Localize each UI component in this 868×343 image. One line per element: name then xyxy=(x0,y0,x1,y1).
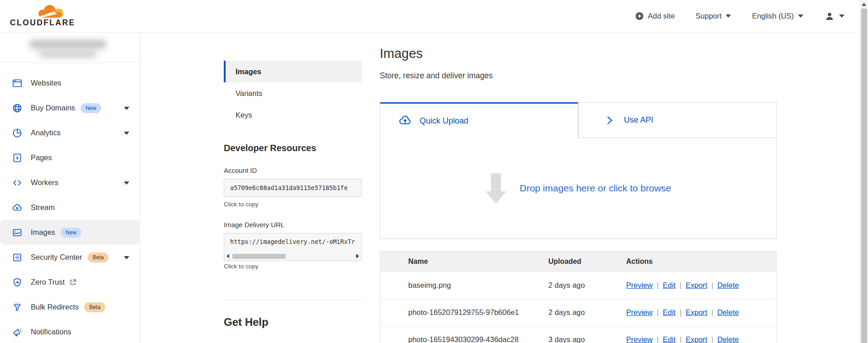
sidebar-item-label: Zero Trust xyxy=(31,278,65,286)
language-menu[interactable]: English (US) xyxy=(752,12,803,20)
subnav-item-label: Variants xyxy=(236,89,262,98)
subnav-item-images[interactable]: Images xyxy=(224,61,362,82)
cloudflare-logo[interactable]: CLOUDFLARE xyxy=(10,3,78,29)
uploaded-time: 3 days ago xyxy=(548,326,585,343)
cloud-upload-icon xyxy=(398,114,412,128)
sidebar-item-stream[interactable]: Stream xyxy=(0,195,140,220)
external-link-icon xyxy=(70,279,76,286)
separator: | xyxy=(679,308,681,316)
vertical-scrollbar[interactable] xyxy=(860,0,868,343)
image-delivery-url-value: https://imagedelivery.net/-oMiRxTr xyxy=(230,238,355,245)
sidebar-item-label: Buy Domains xyxy=(31,104,75,112)
export-link[interactable]: Export xyxy=(686,335,708,343)
sidebar-item-label: Workers xyxy=(31,178,58,187)
separator: | xyxy=(657,335,659,343)
sidebar-item-bulk-redirects[interactable]: Bulk Redirects Beta xyxy=(0,295,140,319)
cloudflare-wordmark: CLOUDFLARE xyxy=(10,18,75,27)
beta-badge: Beta xyxy=(84,302,105,312)
pie-chart-icon xyxy=(12,128,23,138)
sidebar-item-websites[interactable]: Websites xyxy=(0,71,140,95)
scroll-up-arrow-icon[interactable] xyxy=(862,3,866,6)
delete-link[interactable]: Delete xyxy=(717,281,739,289)
horizontal-scrollbar[interactable] xyxy=(226,253,359,259)
export-link[interactable]: Export xyxy=(686,308,708,316)
separator: | xyxy=(679,281,681,289)
sidebar-item-buy-domains[interactable]: Buy Domains New xyxy=(0,95,140,120)
sidebar-item-label: Pages xyxy=(31,153,52,162)
user-icon xyxy=(824,11,835,22)
redaction-blur xyxy=(29,40,107,49)
click-to-copy-hint[interactable]: Click to copy xyxy=(224,263,259,270)
globe-icon xyxy=(12,103,23,114)
sidebar-nav: Websites Buy Domains New Analytics xyxy=(0,71,140,343)
cloudflare-dashboard: CLOUDFLARE Add site Support English (US) xyxy=(0,0,868,343)
row-actions: Preview|Edit|Export|Delete xyxy=(626,272,739,298)
export-link[interactable]: Export xyxy=(686,281,708,289)
chevron-down-icon xyxy=(726,14,731,18)
sidebar-item-workers[interactable]: Workers xyxy=(0,170,140,195)
separator: | xyxy=(679,335,681,343)
tab-use-api[interactable]: Use API xyxy=(578,102,777,138)
edit-link[interactable]: Edit xyxy=(663,335,675,343)
scroll-left-arrow-icon[interactable] xyxy=(226,254,229,258)
sidebar-item-zero-trust[interactable]: Zero Trust xyxy=(0,270,140,295)
account-id-label: Account ID xyxy=(224,167,257,174)
page-title: Images xyxy=(380,46,423,61)
scrollbar-thumb[interactable] xyxy=(232,254,286,259)
vault-icon xyxy=(12,252,23,263)
scroll-right-arrow-icon[interactable] xyxy=(356,254,359,258)
sidebar-item-pages[interactable]: Pages xyxy=(0,145,140,170)
scrollbar-thumb[interactable] xyxy=(861,9,867,343)
code-brackets-icon xyxy=(12,177,23,188)
row-actions: Preview|Edit|Export|Delete xyxy=(626,326,739,343)
image-delivery-url-box[interactable]: https://imagedelivery.net/-oMiRxTr xyxy=(224,233,362,261)
sidebar-item-notifications[interactable]: Notifications xyxy=(0,319,140,343)
image-name: photo-1652079129755-97b606e1 xyxy=(408,299,544,325)
sidebar-item-security-center[interactable]: Security Center Beta xyxy=(0,245,140,270)
get-help-heading: Get Help xyxy=(224,316,269,329)
click-to-copy-hint[interactable]: Click to copy xyxy=(224,201,259,208)
megaphone-icon xyxy=(12,327,23,338)
separator: | xyxy=(657,281,659,289)
delete-link[interactable]: Delete xyxy=(717,335,739,343)
upload-tabs: Quick Upload Use API xyxy=(380,102,777,138)
sidebar-item-analytics[interactable]: Analytics xyxy=(0,120,140,145)
sidebar-item-label: Stream xyxy=(31,203,55,212)
sidebar-item-label: Websites xyxy=(31,79,61,87)
support-menu[interactable]: Support xyxy=(696,12,731,20)
subnav-item-label: Keys xyxy=(236,111,252,119)
preview-link[interactable]: Preview xyxy=(626,308,653,316)
chevron-down-icon[interactable] xyxy=(124,181,129,185)
top-header: CLOUDFLARE Add site Support English (US) xyxy=(0,0,868,33)
image-dropzone[interactable]: Drop images here or click to browse xyxy=(380,138,777,239)
edit-link[interactable]: Edit xyxy=(663,281,675,289)
delete-link[interactable]: Delete xyxy=(717,308,739,316)
column-header-name: Name xyxy=(408,252,428,272)
sidebar-item-label: Bulk Redirects xyxy=(31,303,79,311)
shield-arrow-icon xyxy=(12,277,23,288)
separator: | xyxy=(657,308,659,316)
sidebar-item-images[interactable]: Images New xyxy=(0,220,140,245)
add-site-label: Add site xyxy=(648,12,675,20)
account-menu[interactable] xyxy=(824,11,844,22)
tab-quick-upload[interactable]: Quick Upload xyxy=(380,102,578,138)
account-name-redacted[interactable] xyxy=(24,38,118,61)
tab-label: Use API xyxy=(624,115,653,125)
dropzone-text: Drop images here or click to browse xyxy=(520,183,671,194)
preview-link[interactable]: Preview xyxy=(626,335,653,343)
add-site-button[interactable]: Add site xyxy=(635,12,675,20)
account-id-value[interactable]: a5709e6c88ad1a31da9115e57185b1fe xyxy=(224,179,362,197)
image-name: photo-1651943030299-436dac28 xyxy=(408,326,544,343)
chevron-down-icon[interactable] xyxy=(124,256,129,259)
edit-link[interactable]: Edit xyxy=(663,308,675,316)
images-table: Name Uploaded Actions baseimg.png 2 days… xyxy=(380,251,777,343)
images-subnav: Images Variants Keys Developer Resources… xyxy=(224,33,362,343)
subnav-item-variants[interactable]: Variants xyxy=(224,82,362,104)
preview-link[interactable]: Preview xyxy=(626,281,653,289)
cloudflare-cloud-icon xyxy=(38,5,63,18)
chevron-down-icon[interactable] xyxy=(124,107,129,110)
subnav-item-keys[interactable]: Keys xyxy=(224,104,362,126)
new-badge: New xyxy=(61,228,81,238)
chevron-down-icon[interactable] xyxy=(124,132,129,135)
column-header-uploaded: Uploaded xyxy=(548,252,581,272)
